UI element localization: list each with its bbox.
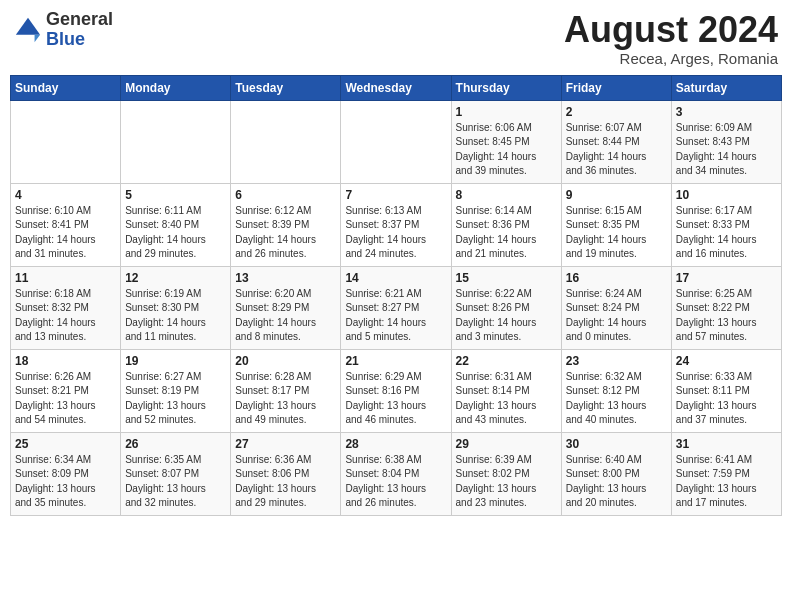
- calendar-cell: 9Sunrise: 6:15 AM Sunset: 8:35 PM Daylig…: [561, 183, 671, 266]
- day-detail: Sunrise: 6:22 AM Sunset: 8:26 PM Dayligh…: [456, 287, 557, 345]
- day-detail: Sunrise: 6:11 AM Sunset: 8:40 PM Dayligh…: [125, 204, 226, 262]
- day-detail: Sunrise: 6:19 AM Sunset: 8:30 PM Dayligh…: [125, 287, 226, 345]
- calendar-cell: 5Sunrise: 6:11 AM Sunset: 8:40 PM Daylig…: [121, 183, 231, 266]
- day-number: 30: [566, 437, 667, 451]
- calendar-week-5: 25Sunrise: 6:34 AM Sunset: 8:09 PM Dayli…: [11, 432, 782, 515]
- weekday-header-thursday: Thursday: [451, 75, 561, 100]
- calendar-cell: 21Sunrise: 6:29 AM Sunset: 8:16 PM Dayli…: [341, 349, 451, 432]
- day-detail: Sunrise: 6:26 AM Sunset: 8:21 PM Dayligh…: [15, 370, 116, 428]
- calendar-cell: [121, 100, 231, 183]
- calendar-week-3: 11Sunrise: 6:18 AM Sunset: 8:32 PM Dayli…: [11, 266, 782, 349]
- weekday-header-wednesday: Wednesday: [341, 75, 451, 100]
- logo-general-text: General: [46, 10, 113, 30]
- weekday-header-friday: Friday: [561, 75, 671, 100]
- day-number: 1: [456, 105, 557, 119]
- day-number: 16: [566, 271, 667, 285]
- day-number: 17: [676, 271, 777, 285]
- day-number: 22: [456, 354, 557, 368]
- day-number: 7: [345, 188, 446, 202]
- logo: General Blue: [14, 10, 113, 50]
- day-detail: Sunrise: 6:28 AM Sunset: 8:17 PM Dayligh…: [235, 370, 336, 428]
- calendar-cell: 25Sunrise: 6:34 AM Sunset: 8:09 PM Dayli…: [11, 432, 121, 515]
- calendar-cell: 17Sunrise: 6:25 AM Sunset: 8:22 PM Dayli…: [671, 266, 781, 349]
- svg-marker-0: [16, 18, 40, 35]
- calendar-table: SundayMondayTuesdayWednesdayThursdayFrid…: [10, 75, 782, 516]
- day-detail: Sunrise: 6:06 AM Sunset: 8:45 PM Dayligh…: [456, 121, 557, 179]
- day-detail: Sunrise: 6:31 AM Sunset: 8:14 PM Dayligh…: [456, 370, 557, 428]
- calendar-cell: 23Sunrise: 6:32 AM Sunset: 8:12 PM Dayli…: [561, 349, 671, 432]
- day-number: 19: [125, 354, 226, 368]
- day-number: 2: [566, 105, 667, 119]
- day-detail: Sunrise: 6:15 AM Sunset: 8:35 PM Dayligh…: [566, 204, 667, 262]
- calendar-cell: [11, 100, 121, 183]
- weekday-header-tuesday: Tuesday: [231, 75, 341, 100]
- calendar-cell: 26Sunrise: 6:35 AM Sunset: 8:07 PM Dayli…: [121, 432, 231, 515]
- weekday-header-monday: Monday: [121, 75, 231, 100]
- calendar-cell: 27Sunrise: 6:36 AM Sunset: 8:06 PM Dayli…: [231, 432, 341, 515]
- day-detail: Sunrise: 6:38 AM Sunset: 8:04 PM Dayligh…: [345, 453, 446, 511]
- calendar-week-4: 18Sunrise: 6:26 AM Sunset: 8:21 PM Dayli…: [11, 349, 782, 432]
- calendar-cell: 11Sunrise: 6:18 AM Sunset: 8:32 PM Dayli…: [11, 266, 121, 349]
- day-detail: Sunrise: 6:41 AM Sunset: 7:59 PM Dayligh…: [676, 453, 777, 511]
- calendar-cell: [341, 100, 451, 183]
- weekday-row: SundayMondayTuesdayWednesdayThursdayFrid…: [11, 75, 782, 100]
- calendar-body: 1Sunrise: 6:06 AM Sunset: 8:45 PM Daylig…: [11, 100, 782, 515]
- calendar-cell: 18Sunrise: 6:26 AM Sunset: 8:21 PM Dayli…: [11, 349, 121, 432]
- calendar-cell: [231, 100, 341, 183]
- day-detail: Sunrise: 6:39 AM Sunset: 8:02 PM Dayligh…: [456, 453, 557, 511]
- calendar-cell: 13Sunrise: 6:20 AM Sunset: 8:29 PM Dayli…: [231, 266, 341, 349]
- title-block: August 2024 Recea, Arges, Romania: [564, 10, 778, 67]
- calendar-cell: 7Sunrise: 6:13 AM Sunset: 8:37 PM Daylig…: [341, 183, 451, 266]
- day-detail: Sunrise: 6:13 AM Sunset: 8:37 PM Dayligh…: [345, 204, 446, 262]
- calendar-cell: 12Sunrise: 6:19 AM Sunset: 8:30 PM Dayli…: [121, 266, 231, 349]
- calendar-cell: 16Sunrise: 6:24 AM Sunset: 8:24 PM Dayli…: [561, 266, 671, 349]
- day-number: 4: [15, 188, 116, 202]
- day-detail: Sunrise: 6:32 AM Sunset: 8:12 PM Dayligh…: [566, 370, 667, 428]
- calendar-week-2: 4Sunrise: 6:10 AM Sunset: 8:41 PM Daylig…: [11, 183, 782, 266]
- day-number: 13: [235, 271, 336, 285]
- day-detail: Sunrise: 6:29 AM Sunset: 8:16 PM Dayligh…: [345, 370, 446, 428]
- day-number: 27: [235, 437, 336, 451]
- day-number: 11: [15, 271, 116, 285]
- day-number: 15: [456, 271, 557, 285]
- day-detail: Sunrise: 6:18 AM Sunset: 8:32 PM Dayligh…: [15, 287, 116, 345]
- day-number: 26: [125, 437, 226, 451]
- day-detail: Sunrise: 6:09 AM Sunset: 8:43 PM Dayligh…: [676, 121, 777, 179]
- day-detail: Sunrise: 6:12 AM Sunset: 8:39 PM Dayligh…: [235, 204, 336, 262]
- weekday-header-sunday: Sunday: [11, 75, 121, 100]
- calendar-cell: 2Sunrise: 6:07 AM Sunset: 8:44 PM Daylig…: [561, 100, 671, 183]
- day-number: 18: [15, 354, 116, 368]
- day-number: 20: [235, 354, 336, 368]
- day-detail: Sunrise: 6:33 AM Sunset: 8:11 PM Dayligh…: [676, 370, 777, 428]
- calendar-cell: 4Sunrise: 6:10 AM Sunset: 8:41 PM Daylig…: [11, 183, 121, 266]
- day-number: 28: [345, 437, 446, 451]
- calendar-cell: 24Sunrise: 6:33 AM Sunset: 8:11 PM Dayli…: [671, 349, 781, 432]
- calendar-cell: 20Sunrise: 6:28 AM Sunset: 8:17 PM Dayli…: [231, 349, 341, 432]
- day-number: 25: [15, 437, 116, 451]
- calendar-cell: 22Sunrise: 6:31 AM Sunset: 8:14 PM Dayli…: [451, 349, 561, 432]
- calendar-cell: 10Sunrise: 6:17 AM Sunset: 8:33 PM Dayli…: [671, 183, 781, 266]
- weekday-header-saturday: Saturday: [671, 75, 781, 100]
- calendar-cell: 28Sunrise: 6:38 AM Sunset: 8:04 PM Dayli…: [341, 432, 451, 515]
- day-detail: Sunrise: 6:34 AM Sunset: 8:09 PM Dayligh…: [15, 453, 116, 511]
- day-detail: Sunrise: 6:36 AM Sunset: 8:06 PM Dayligh…: [235, 453, 336, 511]
- day-number: 24: [676, 354, 777, 368]
- calendar-header: SundayMondayTuesdayWednesdayThursdayFrid…: [11, 75, 782, 100]
- logo-icon: [14, 16, 42, 44]
- day-detail: Sunrise: 6:21 AM Sunset: 8:27 PM Dayligh…: [345, 287, 446, 345]
- day-number: 9: [566, 188, 667, 202]
- calendar-cell: 14Sunrise: 6:21 AM Sunset: 8:27 PM Dayli…: [341, 266, 451, 349]
- day-number: 8: [456, 188, 557, 202]
- day-number: 5: [125, 188, 226, 202]
- day-number: 29: [456, 437, 557, 451]
- day-number: 14: [345, 271, 446, 285]
- day-detail: Sunrise: 6:24 AM Sunset: 8:24 PM Dayligh…: [566, 287, 667, 345]
- day-detail: Sunrise: 6:10 AM Sunset: 8:41 PM Dayligh…: [15, 204, 116, 262]
- day-number: 31: [676, 437, 777, 451]
- day-number: 12: [125, 271, 226, 285]
- day-number: 23: [566, 354, 667, 368]
- day-detail: Sunrise: 6:25 AM Sunset: 8:22 PM Dayligh…: [676, 287, 777, 345]
- page-header: General Blue August 2024 Recea, Arges, R…: [10, 10, 782, 67]
- calendar-cell: 29Sunrise: 6:39 AM Sunset: 8:02 PM Dayli…: [451, 432, 561, 515]
- day-number: 6: [235, 188, 336, 202]
